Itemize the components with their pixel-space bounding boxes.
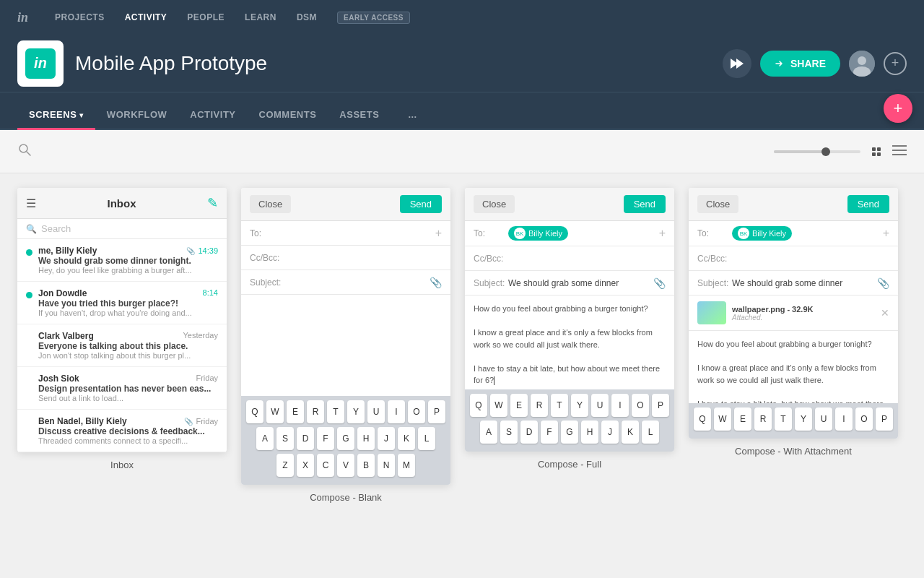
key-v[interactable]: V <box>337 454 354 477</box>
key-full-j[interactable]: J <box>601 420 619 444</box>
compose-attach-button-attachment[interactable]: 📎 <box>877 277 889 289</box>
key-full-w[interactable]: W <box>490 394 507 417</box>
key-r[interactable]: R <box>307 400 324 423</box>
key-s[interactable]: S <box>276 427 294 450</box>
key-full-r[interactable]: R <box>531 394 548 417</box>
compose-subject-field[interactable]: Subject: 📎 <box>241 270 450 295</box>
key-f[interactable]: F <box>317 427 334 450</box>
screen-frame-compose-full[interactable]: Close Send To: BK Billy Kiely + Cc/Bcc: … <box>465 188 674 452</box>
compose-to-field-full[interactable]: To: BK Billy Kiely + <box>465 221 674 246</box>
add-user-button[interactable]: + <box>884 52 907 75</box>
key-z[interactable]: Z <box>276 454 294 477</box>
tab-more[interactable]: ... <box>396 99 428 129</box>
compose-subject-field-attachment[interactable]: Subject: We should grab some dinner 📎 <box>689 271 898 296</box>
share-button[interactable]: SHARE <box>760 51 840 77</box>
key-full-s[interactable]: S <box>500 420 518 444</box>
inbox-item-5[interactable]: Ben Nadel, Billy Kiely 📎 Friday Discuss … <box>17 410 227 452</box>
key-m[interactable]: M <box>398 454 415 477</box>
key-att-e[interactable]: E <box>734 407 751 431</box>
compose-add-recipient-attachment[interactable]: + <box>883 227 889 240</box>
key-att-i[interactable]: I <box>835 407 853 431</box>
key-x[interactable]: X <box>297 454 314 477</box>
key-b[interactable]: B <box>357 454 375 477</box>
key-full-l[interactable]: L <box>642 420 659 444</box>
grid-view-button[interactable] <box>872 147 881 156</box>
compose-add-recipient-full[interactable]: + <box>659 227 666 240</box>
key-full-g[interactable]: G <box>561 420 578 444</box>
compose-cc-field-attachment[interactable]: Cc/Bcc: <box>689 246 898 271</box>
inbox-menu-icon[interactable]: ☰ <box>26 197 36 210</box>
inbox-item-3[interactable]: Clark Valberg Yesterday Everyone is talk… <box>17 324 227 367</box>
compose-cc-field[interactable]: Cc/Bcc: <box>241 246 450 270</box>
key-l[interactable]: L <box>418 427 435 450</box>
key-p[interactable]: P <box>428 400 445 423</box>
compose-to-field-attachment[interactable]: To: BK Billy Kiely + <box>689 221 898 246</box>
user-avatar[interactable] <box>849 51 875 77</box>
key-w[interactable]: W <box>266 400 284 423</box>
key-y[interactable]: Y <box>347 400 365 423</box>
list-view-button[interactable] <box>892 144 907 159</box>
key-t[interactable]: T <box>327 400 344 423</box>
key-c[interactable]: C <box>317 454 334 477</box>
inbox-item-4[interactable]: Josh Siok Friday Design presentation has… <box>17 367 227 410</box>
key-h[interactable]: H <box>357 427 375 450</box>
inbox-item-1[interactable]: me, Billy Kiely 📎 14:39 We should grab s… <box>17 239 227 282</box>
key-full-f[interactable]: F <box>541 420 558 444</box>
compose-body-blank[interactable] <box>241 295 450 396</box>
tab-assets[interactable]: ASSETS <box>328 99 391 129</box>
preview-button[interactable] <box>723 49 751 78</box>
key-att-w[interactable]: W <box>714 407 731 431</box>
compose-body-full[interactable]: How do you feel about grabbing a burger … <box>465 296 674 389</box>
zoom-slider[interactable] <box>774 150 860 153</box>
key-full-t[interactable]: T <box>551 394 568 417</box>
key-full-p[interactable]: P <box>652 394 669 417</box>
compose-cc-field-full[interactable]: Cc/Bcc: <box>465 246 674 271</box>
key-full-h[interactable]: H <box>581 420 598 444</box>
nav-activity[interactable]: ACTIVITY <box>125 12 167 22</box>
key-full-a[interactable]: A <box>480 420 497 444</box>
nav-people[interactable]: PEOPLE <box>187 12 225 22</box>
key-o[interactable]: O <box>408 400 425 423</box>
nav-learn[interactable]: LEARN <box>245 12 276 22</box>
key-k[interactable]: K <box>398 427 415 450</box>
key-full-u[interactable]: U <box>591 394 609 417</box>
compose-close-button-full[interactable]: Close <box>474 195 515 213</box>
key-j[interactable]: J <box>378 427 395 450</box>
key-att-r[interactable]: R <box>754 407 772 431</box>
compose-attach-button[interactable]: 📎 <box>430 277 442 288</box>
app-logo[interactable]: in <box>14 7 35 27</box>
compose-to-field[interactable]: To: + <box>241 221 450 246</box>
tab-activity[interactable]: ACTIVITY <box>178 99 247 129</box>
key-g[interactable]: G <box>337 427 354 450</box>
compose-attach-button-full[interactable]: 📎 <box>653 277 666 289</box>
screen-frame-inbox[interactable]: ☰ Inbox ✎ 🔍 Search me, Billy Kiely 📎 14:… <box>17 188 227 452</box>
compose-body-attachment[interactable]: How do you feel about grabbing a burger … <box>689 331 898 403</box>
add-screen-button[interactable]: + <box>884 94 912 123</box>
nav-projects[interactable]: PROJECTS <box>55 12 105 22</box>
key-a[interactable]: A <box>256 427 274 450</box>
key-att-o[interactable]: O <box>855 407 873 431</box>
key-att-p[interactable]: P <box>876 407 893 431</box>
screens-dropdown-icon[interactable]: ▾ <box>79 111 84 119</box>
nav-dsm[interactable]: DSM <box>297 12 317 22</box>
key-att-u[interactable]: U <box>815 407 832 431</box>
compose-close-button-attachment[interactable]: Close <box>697 195 738 213</box>
screen-frame-compose-attachment[interactable]: Close Send To: BK Billy Kiely + Cc/Bcc: … <box>689 188 898 439</box>
compose-close-button[interactable]: Close <box>250 195 291 213</box>
compose-send-button-full[interactable]: Send <box>624 195 666 213</box>
tab-comments[interactable]: COMMENTS <box>248 99 328 129</box>
key-full-k[interactable]: K <box>622 420 639 444</box>
inbox-search[interactable]: 🔍 Search <box>17 219 227 239</box>
key-e[interactable]: E <box>287 400 304 423</box>
key-i[interactable]: I <box>388 400 405 423</box>
compose-subject-field-full[interactable]: Subject: We should grab some dinner 📎 <box>465 271 674 296</box>
key-d[interactable]: D <box>297 427 314 450</box>
key-full-d[interactable]: D <box>520 420 538 444</box>
tab-workflow[interactable]: WORKFLOW <box>95 99 178 129</box>
key-full-y[interactable]: Y <box>571 394 588 417</box>
compose-add-recipient[interactable]: + <box>435 227 442 240</box>
key-full-o[interactable]: O <box>632 394 649 417</box>
screen-frame-compose-blank[interactable]: Close Send To: + Cc/Bcc: Subject: 📎 Q W … <box>241 188 450 485</box>
key-n[interactable]: N <box>378 454 395 477</box>
key-att-q[interactable]: Q <box>694 407 711 431</box>
